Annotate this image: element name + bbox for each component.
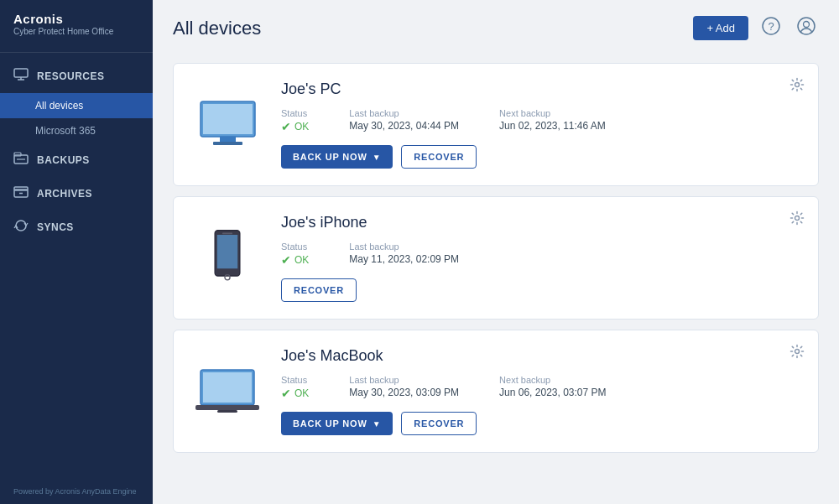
recover-button-iphone[interactable]: RECOVER — [281, 278, 357, 302]
status-value-macbook: ✔ OK — [281, 387, 309, 400]
svg-point-17 — [795, 83, 800, 87]
chevron-down-icon: ▼ — [373, 153, 382, 162]
device-card-joes-macbook: Joe's MacBook Status ✔ OK Last backup Ma… — [173, 330, 819, 453]
device-name-joes-iphone: Joe's iPhone — [281, 214, 798, 231]
microsoft-365-label: Microsoft 365 — [35, 125, 96, 137]
sidebar-item-syncs[interactable]: SYNCS — [0, 210, 153, 244]
status-label-macbook: Status — [281, 375, 309, 385]
device-actions-joes-pc: BACK UP NOW ▼ RECOVER — [281, 145, 798, 169]
device-info-joes-iphone: Joe's iPhone Status ✔ OK Last backup May… — [281, 214, 798, 302]
sidebar-logo: Acronis Cyber Protect Home Office — [0, 0, 153, 53]
status-group-pc: Status ✔ OK — [281, 108, 309, 133]
svg-point-12 — [804, 22, 810, 28]
next-backup-group-macbook: Next backup Jun 06, 2023, 03:07 PM — [499, 375, 606, 400]
svg-point-27 — [795, 350, 800, 354]
sidebar-item-archives[interactable]: ARCHIVES — [0, 177, 153, 210]
footer-text: Powered by Acronis AnyData Engine — [13, 487, 137, 496]
sidebar-footer: Powered by Acronis AnyData Engine — [0, 479, 153, 504]
ok-icon-iphone: ✔ — [281, 253, 291, 267]
header-actions: + Add ? — [693, 13, 819, 43]
device-actions-joes-iphone: RECOVER — [281, 278, 798, 302]
backup-now-button-macbook[interactable]: BACK UP NOW ▼ — [281, 412, 393, 435]
sidebar-item-backups[interactable]: BACKUPS — [0, 143, 153, 177]
last-backup-label-pc: Last backup — [349, 108, 459, 118]
all-devices-label: All devices — [35, 100, 83, 112]
device-stats-joes-pc: Status ✔ OK Last backup May 30, 2023, 04… — [281, 108, 798, 133]
backup-now-label-pc: BACK UP NOW — [293, 152, 367, 162]
last-backup-value-pc: May 30, 2023, 04:44 PM — [349, 120, 459, 132]
recover-label-macbook: RECOVER — [414, 418, 464, 429]
status-value-pc: ✔ OK — [281, 120, 309, 133]
last-backup-label-macbook: Last backup — [349, 375, 459, 385]
device-stats-joes-macbook: Status ✔ OK Last backup May 30, 2023, 03… — [281, 375, 798, 400]
sync-icon — [13, 219, 29, 236]
device-card-joes-iphone: Joe's iPhone Status ✔ OK Last backup May… — [173, 196, 819, 320]
svg-rect-14 — [203, 104, 253, 134]
svg-rect-15 — [220, 137, 236, 142]
status-group-macbook: Status ✔ OK — [281, 375, 309, 400]
backup-now-button-pc[interactable]: BACK UP NOW ▼ — [281, 145, 393, 169]
recover-button-pc[interactable]: RECOVER — [401, 145, 477, 169]
svg-rect-26 — [217, 410, 237, 413]
last-backup-group-pc: Last backup May 30, 2023, 04:44 PM — [349, 108, 459, 133]
device-name-joes-pc: Joe's PC — [281, 81, 798, 98]
sidebar-item-resources[interactable]: RESOURCES — [0, 60, 153, 93]
status-label-iphone: Status — [281, 242, 309, 252]
backup-now-label-macbook: BACK UP NOW — [293, 418, 367, 429]
device-info-joes-macbook: Joe's MacBook Status ✔ OK Last backup Ma… — [281, 347, 798, 435]
svg-rect-19 — [217, 235, 238, 268]
help-button[interactable]: ? — [758, 13, 784, 43]
device-image-pc — [194, 97, 261, 152]
sidebar-item-microsoft-365[interactable]: Microsoft 365 — [0, 118, 153, 143]
devices-container: Joe's PC Status ✔ OK Last backup May 30,… — [153, 56, 839, 473]
ok-text-pc: OK — [294, 121, 309, 132]
chevron-down-icon-macbook: ▼ — [373, 419, 382, 429]
svg-rect-25 — [195, 405, 259, 410]
sidebar-item-all-devices[interactable]: All devices — [0, 93, 153, 118]
main-header: All devices + Add ? — [153, 0, 839, 56]
device-info-joes-pc: Joe's PC Status ✔ OK Last backup May 30,… — [281, 81, 798, 169]
archive-icon — [13, 185, 29, 202]
last-backup-label-iphone: Last backup — [349, 242, 459, 252]
status-group-iphone: Status ✔ OK — [281, 242, 309, 267]
settings-button-macbook[interactable] — [789, 344, 805, 362]
ok-icon-macbook: ✔ — [281, 387, 291, 400]
svg-text:?: ? — [768, 20, 774, 33]
device-image-iphone — [194, 229, 261, 288]
device-name-joes-macbook: Joe's MacBook — [281, 347, 798, 365]
last-backup-value-macbook: May 30, 2023, 03:09 PM — [349, 387, 459, 398]
device-actions-joes-macbook: BACK UP NOW ▼ RECOVER — [281, 412, 798, 435]
logo-subtitle: Cyber Protect Home Office — [13, 26, 139, 37]
ok-icon-pc: ✔ — [281, 120, 291, 133]
ok-text-macbook: OK — [294, 387, 309, 399]
next-backup-label-macbook: Next backup — [499, 375, 606, 385]
ok-text-iphone: OK — [294, 254, 309, 266]
device-card-joes-pc: Joe's PC Status ✔ OK Last backup May 30,… — [173, 63, 819, 186]
svg-point-22 — [795, 216, 800, 221]
sidebar-backups-label: BACKUPS — [37, 154, 90, 166]
device-stats-joes-iphone: Status ✔ OK Last backup May 11, 2023, 02… — [281, 242, 798, 267]
settings-button-pc[interactable] — [789, 77, 805, 96]
sidebar-archives-label: ARCHIVES — [37, 188, 92, 200]
settings-button-iphone[interactable] — [789, 210, 805, 229]
next-backup-label-pc: Next backup — [499, 108, 606, 118]
user-button[interactable] — [794, 13, 819, 43]
svg-rect-24 — [203, 372, 252, 403]
recover-label-pc: RECOVER — [414, 152, 464, 162]
next-backup-value-pc: Jun 02, 2023, 11:46 AM — [499, 120, 606, 132]
recover-button-macbook[interactable]: RECOVER — [401, 412, 477, 435]
svg-rect-16 — [213, 142, 242, 145]
status-label-pc: Status — [281, 108, 309, 118]
add-button-label: + Add — [706, 22, 735, 34]
sidebar-syncs-label: SYNCS — [37, 221, 74, 233]
sidebar-navigation: RESOURCES All devices Microsoft 365 BACK… — [0, 53, 153, 479]
status-value-iphone: ✔ OK — [281, 253, 309, 267]
page-title: All devices — [173, 18, 261, 39]
next-backup-group-pc: Next backup Jun 02, 2023, 11:46 AM — [499, 108, 606, 133]
sidebar: Acronis Cyber Protect Home Office RESOUR… — [0, 0, 153, 504]
last-backup-group-macbook: Last backup May 30, 2023, 03:09 PM — [349, 375, 459, 400]
backup-icon — [13, 152, 29, 169]
main-content: All devices + Add ? — [153, 0, 839, 504]
svg-rect-7 — [14, 187, 28, 190]
add-button[interactable]: + Add — [693, 16, 748, 40]
